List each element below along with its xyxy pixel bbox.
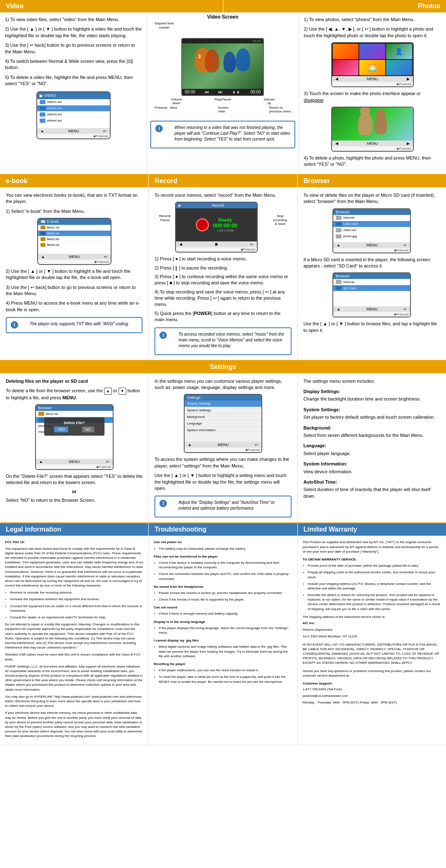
ts-sound-1: Please ensure the volume is turned up, a… [159,591,292,595]
settings-display-title: Display Settings: [304,389,440,395]
photos-section-header: Photos [223,0,446,12]
ebook-device: 📖 E-book file01.txt file02.txt file03.tx… [37,218,112,265]
warranty-col: This Product as supplied and distributed… [298,536,446,744]
return-prev-label: Return toprevious menu [269,106,291,113]
ts-record-item: Check if there is enough memory and batt… [159,611,292,616]
settings-bg-desc: Select from seven different backgrounds … [304,432,440,439]
settings-row: Deleting files on the player or SD card … [0,373,446,524]
fcc-bullet-4: Consult the dealer or an experienced rad… [10,615,143,620]
browser-instr-1: To view or delete files on the player or… [304,192,440,205]
ts-cant-record: Can not record [154,605,292,610]
photos-device-footer-2: ◀MENU▶ [332,141,413,146]
ebook-device-footer: ▲MENU↩ [38,254,111,260]
record-header: Record [149,175,297,187]
ebook-info-box: i The player only supports TXT files wit… [6,317,142,333]
ebook-info-text: The player only supports TXT files with … [30,321,129,327]
ebook-col: You can view electronic books (e-book), … [0,187,149,360]
record-device-container: Record/Pause ▶Record Ready 000:00:00 1.8… [154,202,291,253]
ts-transfer-1: Check if the device is installed correct… [159,560,292,570]
prev-label: Previous Next [154,106,177,113]
video-photos-header-row: Video Photos [0,0,446,12]
photos-screen-2 [332,107,413,141]
legal-ts-warranty-row: FCC Part 15: This equipment has been tes… [0,536,446,745]
settings-display-desc: Change the backlight duration time and s… [304,396,440,402]
settings-list-title: The settings menu screen includes: [304,378,440,384]
settings-info-box: i Adjust the "Display Settings" and "Aut… [154,496,291,517]
fcc-bullets: Reorient or relocate the receiving anten… [5,590,143,620]
troubleshooting-header: Troubleshooting [149,523,297,536]
warranty-intro: This Product as supplied and distributed… [303,540,441,554]
record-dot [196,218,209,231]
ts-sound-2: Check if the format of music file is sup… [159,597,292,602]
settings-bg-title: Background: [304,425,440,431]
settings-device-header: Settings [185,395,261,401]
delete-overlay: Delete File? YES NO [44,417,104,436]
obtain-warranty-title: TO OBTAIN WARRANTY SERVICE: [303,557,441,562]
settings-lang-desc: Select player language. [304,451,440,457]
ebook-instr-2: 2) Use the [ ▲ ] or [ ▼ ] button to high… [6,268,142,281]
record-info-icon: i [159,331,167,339]
delete-screen: Browser file01.txt video.avi photo.jpg m… [36,405,113,459]
settings-sysinfo-desc: View device information. [304,469,440,475]
record-intro: To record voice memos, select "record" f… [154,192,291,198]
ebook-info-icon: i [11,321,18,329]
photos-polaroid-2: ◆Polaroid [332,146,413,151]
ebook-header: e-book [0,175,149,187]
record-label-left: Record/Pause [154,214,175,222]
photos-instr-3: 3) Touch the screen to make the photo in… [304,91,441,103]
video-polaroid-label: ◆Polaroid [37,134,110,138]
video-instr-5: 5) To delete a video file, highlight the… [5,74,142,87]
volume-up-label: Volumeup [264,98,275,105]
ebook-intro: You can view electronic books (e-book), … [6,192,142,205]
photos-instr-1: 1) To view photos, select "photos" from … [304,17,441,23]
address-title: The shipping address of the authorized s… [303,615,441,619]
video-instr-1: 1) To view video files, select "video" f… [5,17,142,23]
obtain-4: Describe the defect or reason for return… [308,593,441,611]
ebook-record-browser-row: You can view electronic books (e-book), … [0,187,446,361]
video-diagram-col: Video Screen Elapsed timecounter 00:00 3 [147,12,299,174]
settings-device-footer: ▲MENU↩ [185,442,261,448]
photos-instr-2: 2) Use the [ ◀, ▲, ▼, ▶ ], or [ ↩ ] butt… [304,26,441,39]
delete-device: Browser file01.txt video.avi photo.jpg m… [35,404,114,470]
ts-cant-display: I cannot display my .jpg files [154,638,292,643]
settings-autoshut-desc: Select duration of time of inactivity th… [304,486,440,499]
video-labels-row: Volumedown Play/Pause Volumeup [154,98,291,105]
delete-polaroid: ◆Polaroid [36,465,113,469]
ebook-screen: file01.txt file02.txt file03.txt file04.… [38,225,111,254]
browser-screen-2: Browser Internal SD Card [333,273,410,306]
fcc-title: FCC Part 15: [5,540,143,544]
phone-number: 1-877-769-8483 (Toll Free) [303,687,441,692]
legal-header: Legal information [0,523,149,536]
settings-info-text: Adjust the "Display Settings" and "AutoS… [178,500,286,511]
browser-polaroid-2: ◆Polaroid [333,312,410,317]
ts-reset-2: To reset the player, take a metal pin su… [159,675,292,684]
record-info-display: Ready 000:00:00 1.86.4.5/5B [213,217,237,232]
settings-delete-intro: To delete a file from the browser screen… [6,388,142,401]
ts-cant-transfer: Files can not be transferred to the play… [154,554,292,559]
video-section-header: Video [0,0,223,12]
photos-instr-4: 4) To delete a photo, highlight the phot… [304,155,441,168]
fcc-website: You may also go to HYPERLINK "http://www… [5,694,143,708]
record-instr-2: 2) Press [ ‖ ] to pause the recording. [154,265,291,271]
settings-intro: In the settings menu you can customize v… [154,378,291,391]
record-screen: Ready 000:00:00 1.86.4.5/5B [176,208,257,241]
video-info-icon: i [155,125,163,132]
fcc-bullet-3: Connect the equipment into an outlet on … [10,604,143,613]
record-label-right: Stoprecording& Save [269,214,292,226]
settings-device-screen: Display Settings System Settings Backgro… [185,401,261,442]
record-instr-5: 5) Quick press the [POWER] button at any… [154,310,291,323]
browser-instr-3: Use the [ ▲ ] or [ ▼ ] button to browse … [304,321,440,334]
troubleshooting-col: Can not power on The battery may be exha… [149,536,297,744]
photos-device-2: ◀MENU▶ ◆Polaroid [331,107,414,152]
obtain-3: Include your shipping address (no P.O. B… [308,582,441,591]
fcc-service: If your electronic device has internet m… [5,711,143,738]
obtain-2: Prepay all shipping costs to the authori… [308,570,441,579]
email-address: polaroid@us.ontheanswer.com [303,694,441,698]
video-device-header: ▶ VIDEO [37,92,110,99]
video-screen-title: Video Screen [150,14,295,20]
record-polaroid: ◆Polaroid [176,247,257,252]
video-instr-3: 3) Use the [ ↩ back] button to go to pre… [5,42,142,55]
browser-screen-1: Browser Internal Lake.mp3 video.avi phot… [333,209,410,242]
address-1: Returns Department [303,627,441,632]
browser-device-1: Browser Internal Lake.mp3 video.avi phot… [332,208,411,253]
